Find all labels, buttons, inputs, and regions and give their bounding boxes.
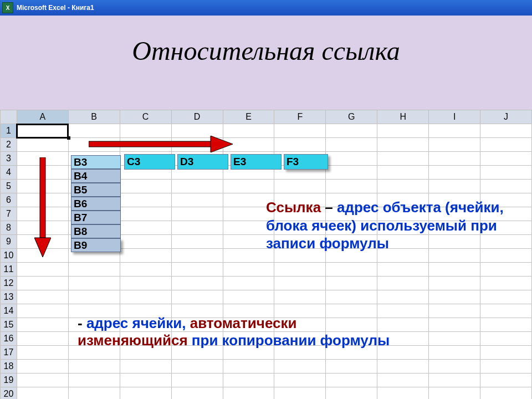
cell-I16[interactable] (429, 332, 480, 346)
cell-A2[interactable] (17, 138, 68, 152)
row-header-19[interactable]: 19 (1, 374, 17, 387)
cell-D11[interactable] (171, 263, 223, 277)
col-header-I[interactable]: I (429, 110, 480, 124)
cell-B13[interactable] (68, 290, 120, 304)
row-header-8[interactable]: 8 (1, 221, 17, 235)
cell-F13[interactable] (274, 290, 326, 304)
cell-J16[interactable] (480, 332, 532, 346)
col-header-B[interactable]: B (68, 110, 120, 124)
row-header-12[interactable]: 12 (1, 277, 17, 290)
cell-J15[interactable] (480, 318, 532, 332)
cell-C13[interactable] (120, 290, 171, 304)
cell-E18[interactable] (223, 360, 274, 374)
cell-I2[interactable] (429, 138, 480, 152)
cell-C6[interactable] (120, 193, 171, 207)
cell-A20[interactable] (17, 387, 68, 400)
cell-H2[interactable] (377, 138, 429, 152)
cell-J2[interactable] (480, 138, 532, 152)
cell-B11[interactable] (68, 263, 120, 277)
cell-B12[interactable] (68, 277, 120, 290)
row-header-2[interactable]: 2 (1, 138, 17, 152)
cell-H12[interactable] (377, 277, 429, 290)
cell-G18[interactable] (326, 360, 377, 374)
cell-C10[interactable] (120, 249, 171, 263)
col-header-D[interactable]: D (171, 110, 223, 124)
row-header-18[interactable]: 18 (1, 360, 17, 374)
cell-B20[interactable] (68, 387, 120, 400)
cell-A14[interactable] (17, 304, 68, 318)
cell-E20[interactable] (223, 387, 274, 400)
cell-J5[interactable] (480, 180, 532, 193)
col-header-J[interactable]: J (480, 110, 532, 124)
row-header-16[interactable]: 16 (1, 332, 17, 346)
cell-B19[interactable] (68, 374, 120, 387)
cell-E11[interactable] (223, 263, 274, 277)
row-header-10[interactable]: 10 (1, 249, 17, 263)
cell-A15[interactable] (17, 318, 68, 332)
cell-F19[interactable] (274, 374, 326, 387)
cell-A1[interactable] (17, 124, 68, 138)
cell-C12[interactable] (120, 277, 171, 290)
cell-H3[interactable] (377, 152, 429, 166)
cell-I15[interactable] (429, 318, 480, 332)
row-header-14[interactable]: 14 (1, 304, 17, 318)
cell-J14[interactable] (480, 304, 532, 318)
cell-A18[interactable] (17, 360, 68, 374)
row-header-5[interactable]: 5 (1, 180, 17, 193)
cell-D7[interactable] (171, 207, 223, 221)
cell-J18[interactable] (480, 360, 532, 374)
cell-G12[interactable] (326, 277, 377, 290)
cell-G1[interactable] (326, 124, 377, 138)
cell-F20[interactable] (274, 387, 326, 400)
row-header-17[interactable]: 17 (1, 346, 17, 360)
col-header-F[interactable]: F (274, 110, 326, 124)
cell-D18[interactable] (171, 360, 223, 374)
row-header-15[interactable]: 15 (1, 318, 17, 332)
cell-I18[interactable] (429, 360, 480, 374)
cell-A12[interactable] (17, 277, 68, 290)
cell-G4[interactable] (326, 166, 377, 180)
cell-A19[interactable] (17, 374, 68, 387)
cell-D12[interactable] (171, 277, 223, 290)
cell-D20[interactable] (171, 387, 223, 400)
cell-H5[interactable] (377, 180, 429, 193)
cell-A16[interactable] (17, 332, 68, 346)
col-header-C[interactable]: C (120, 110, 171, 124)
cell-C5[interactable] (120, 180, 171, 193)
cell-F12[interactable] (274, 277, 326, 290)
cell-C7[interactable] (120, 207, 171, 221)
cell-J17[interactable] (480, 346, 532, 360)
col-header-G[interactable]: G (326, 110, 377, 124)
cell-E13[interactable] (223, 290, 274, 304)
cell-D5[interactable] (171, 180, 223, 193)
cell-J4[interactable] (480, 166, 532, 180)
cell-G11[interactable] (326, 263, 377, 277)
cell-E12[interactable] (223, 277, 274, 290)
cell-C18[interactable] (120, 360, 171, 374)
cell-H20[interactable] (377, 387, 429, 400)
cell-J1[interactable] (480, 124, 532, 138)
row-header-9[interactable]: 9 (1, 235, 17, 249)
cell-I1[interactable] (429, 124, 480, 138)
cell-J19[interactable] (480, 374, 532, 387)
cell-G19[interactable] (326, 374, 377, 387)
cell-G20[interactable] (326, 387, 377, 400)
cell-I11[interactable] (429, 263, 480, 277)
cell-C11[interactable] (120, 263, 171, 277)
cell-F18[interactable] (274, 360, 326, 374)
cell-D6[interactable] (171, 193, 223, 207)
col-header-H[interactable]: H (377, 110, 429, 124)
cell-J11[interactable] (480, 263, 532, 277)
cell-F1[interactable] (274, 124, 326, 138)
cell-H19[interactable] (377, 374, 429, 387)
cell-I13[interactable] (429, 290, 480, 304)
row-header-20[interactable]: 20 (1, 387, 17, 400)
cell-H18[interactable] (377, 360, 429, 374)
cell-I5[interactable] (429, 180, 480, 193)
row-header-11[interactable]: 11 (1, 263, 17, 277)
row-header-6[interactable]: 6 (1, 193, 17, 207)
cell-F5[interactable] (274, 180, 326, 193)
cell-B18[interactable] (68, 360, 120, 374)
cell-G3[interactable] (326, 152, 377, 166)
col-header-A[interactable]: A (17, 110, 68, 124)
